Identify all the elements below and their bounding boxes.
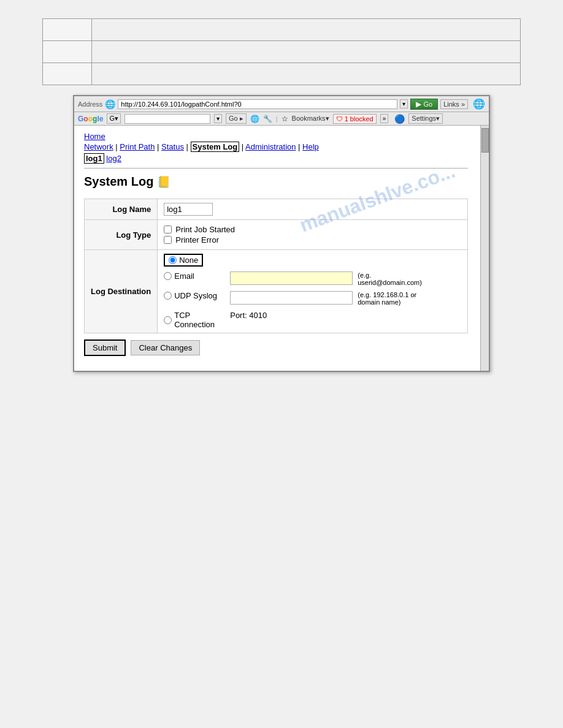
log-destination-field-cell: None Email (158, 250, 468, 333)
star-icon: ☆ (282, 115, 288, 123)
dest-tcp-label: TCPConnection (164, 311, 225, 329)
scrollbar-thumb[interactable] (481, 128, 489, 153)
table-row (43, 63, 521, 85)
nav-divider (84, 168, 468, 169)
ie-icon: 🌐 (473, 98, 485, 110)
toolbar-circle-icon: 🔵 (394, 114, 405, 124)
dest-email-label: Email (164, 271, 225, 281)
table-row (43, 19, 521, 41)
log-destination-label: Log Destination (85, 250, 158, 333)
heading-text: System Log (84, 175, 153, 189)
dest-udp-radio[interactable] (164, 292, 172, 300)
table-value-cell (92, 63, 521, 85)
dest-tcp-row: TCPConnection Port: 4010 (164, 311, 461, 329)
print-job-started-row: Print Job Started (164, 225, 461, 234)
dest-none-row: None (164, 254, 461, 267)
log-name-input[interactable] (164, 203, 213, 216)
dest-tcp-text: TCPConnection (174, 311, 215, 329)
url-dropdown-icon[interactable]: ▾ (400, 99, 408, 108)
google-go-button[interactable]: Go ▸ (226, 113, 247, 124)
page-heading: System Log 📒 (84, 175, 468, 189)
nav-network-link[interactable]: Network (84, 142, 113, 151)
browser-window: Address 🌐 ▾ ▶ Go Links » 🌐 Google G▾ ▾ G… (73, 95, 490, 372)
dest-none-label: None (179, 256, 198, 265)
scrollbar-track (480, 126, 489, 371)
tcp-port-label: Port: 4010 (230, 311, 267, 320)
content-with-scroll: manualshlve.co... Home Network | Print P… (74, 126, 489, 371)
log-name-field-cell (158, 199, 468, 220)
dest-udp-label: UDP Syslog (164, 291, 225, 300)
email-input[interactable] (230, 271, 353, 285)
dest-none-radio[interactable] (169, 256, 177, 264)
log-type-field-cell: Print Job Started Printer Error (158, 220, 468, 250)
dest-section: None Email (164, 254, 461, 329)
google-search-input[interactable] (124, 114, 210, 124)
print-job-started-label: Print Job Started (175, 225, 235, 234)
page-wrapper: Address 🌐 ▾ ▶ Go Links » 🌐 Google G▾ ▾ G… (0, 0, 563, 728)
table-label-cell (43, 19, 92, 41)
top-table (42, 18, 521, 85)
none-bordered-box: None (164, 254, 203, 267)
go-button[interactable]: ▶ Go (410, 99, 438, 110)
table-label-cell (43, 63, 92, 85)
nav-printpath-link[interactable]: Print Path (120, 142, 155, 151)
nav-links: Network | Print Path | Status | System L… (84, 142, 468, 151)
settings-button[interactable]: Settings▾ (408, 113, 443, 124)
bookmarks-button[interactable]: Bookmarks▾ (292, 115, 329, 123)
go-arrow-icon: ▶ (416, 100, 421, 108)
dest-email-radio[interactable] (164, 272, 172, 280)
sub-nav: log1 log2 (84, 154, 468, 163)
book-icon: 📒 (157, 175, 170, 189)
submit-button[interactable]: Submit (84, 339, 126, 356)
dest-udp-row: UDP Syslog (e.g. 192.168.0.1 ordomain na… (164, 291, 461, 306)
form-table: Log Name Log Type Print Job Sta (84, 199, 468, 333)
tools-icon: 🔧 (263, 115, 272, 123)
log-type-row: Log Type Print Job Started Printer Error (85, 220, 468, 250)
nav-sep-3: | (186, 142, 191, 151)
url-input[interactable] (118, 99, 397, 109)
page-content: manualshlve.co... Home Network | Print P… (74, 126, 478, 371)
button-row: Submit Clear Changes (84, 339, 468, 356)
address-bar: Address 🌐 ▾ ▶ Go Links » 🌐 (74, 96, 489, 112)
dest-tcp-radio[interactable] (164, 316, 172, 324)
dest-email-text: Email (174, 271, 194, 281)
nav-home-link[interactable]: Home (84, 132, 468, 141)
nav-sep-2: | (157, 142, 161, 151)
udp-input[interactable] (230, 291, 353, 305)
sub-nav-log1-active: log1 (84, 153, 104, 164)
printer-error-checkbox[interactable] (164, 236, 172, 244)
email-hint: (e.g.userid@domain.com) (358, 271, 422, 286)
sub-nav-log2-link[interactable]: log2 (106, 154, 121, 163)
dest-udp-text: UDP Syslog (174, 291, 217, 300)
google-logo: Google (78, 115, 103, 123)
content-area: manualshlve.co... Home Network | Print P… (74, 126, 480, 371)
nav-systemlog-active: System Log (191, 142, 240, 152)
table-value-cell (92, 19, 521, 41)
udp-hint: (e.g. 192.168.0.1 ordomain name) (358, 291, 416, 306)
printer-error-row: Printer Error (164, 235, 461, 245)
print-job-started-checkbox[interactable] (164, 226, 172, 233)
log-name-label: Log Name (85, 199, 158, 220)
google-toolbar: Google G▾ ▾ Go ▸ 🌐 🔧 | ☆ Bookmarks▾ 🛡 1 … (74, 112, 489, 126)
go-label: Go (423, 100, 432, 108)
google-g-dropdown[interactable]: G▾ (107, 113, 121, 124)
globe-icon: 🌐 (105, 99, 115, 109)
log-name-row: Log Name (85, 199, 468, 220)
nav-administration-link[interactable]: Administration (245, 142, 296, 151)
table-value-cell (92, 41, 521, 63)
google-search-dropdown[interactable]: ▾ (214, 114, 222, 123)
nav-status-link[interactable]: Status (161, 142, 184, 151)
address-label: Address (78, 100, 102, 108)
web-icon: 🌐 (250, 115, 259, 123)
separator: | (276, 115, 278, 123)
toolbar-more-icon[interactable]: » (380, 114, 389, 123)
table-row (43, 41, 521, 63)
clear-changes-button[interactable]: Clear Changes (131, 340, 200, 355)
log-destination-row: Log Destination None (85, 250, 468, 333)
log-type-label: Log Type (85, 220, 158, 250)
blocked-button[interactable]: 🛡 1 blocked (333, 114, 377, 124)
table-label-cell (43, 41, 92, 63)
links-button[interactable]: Links » (440, 99, 468, 109)
nav-help-link[interactable]: Help (302, 142, 319, 151)
dest-email-row: Email (e.g.userid@domain.com) (164, 271, 461, 286)
